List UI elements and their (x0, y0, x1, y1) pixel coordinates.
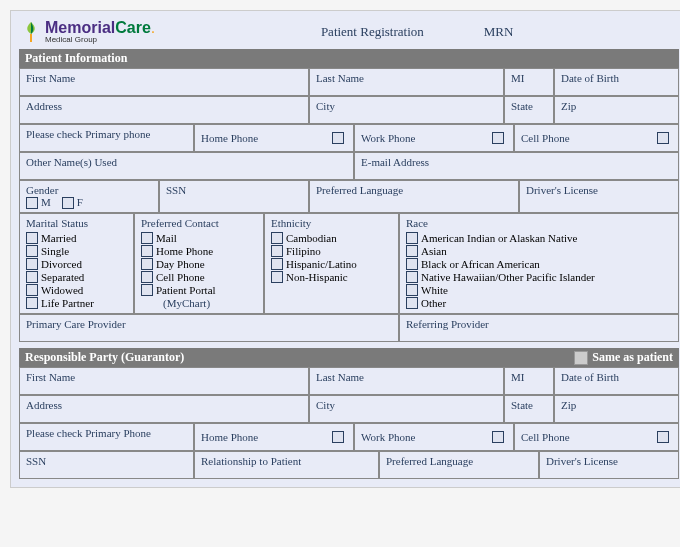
demographics-row: Marital Status MarriedSingleDivorcedSepa… (19, 213, 679, 314)
mi-field[interactable]: MI (504, 68, 554, 96)
race-label: Asian (421, 245, 447, 257)
rp-zip-field[interactable]: Zip (554, 395, 679, 423)
rp-last-name-field[interactable]: Last Name (309, 367, 504, 395)
rp-pref-lang-field[interactable]: Preferred Language (379, 451, 539, 479)
license-field[interactable]: Driver's License (519, 180, 679, 213)
race-checkbox[interactable] (406, 284, 418, 296)
race-label: Other (421, 297, 446, 309)
section-patient-info-title: Patient Information (25, 51, 127, 66)
contact-checkbox[interactable] (141, 245, 153, 257)
race-option[interactable]: Native Hawaiian/Other Pacific Islander (406, 271, 672, 283)
rp-city-field[interactable]: City (309, 395, 504, 423)
ethnicity-checkbox[interactable] (271, 271, 283, 283)
race-checkbox[interactable] (406, 297, 418, 309)
rp-primary-phone-label: Please check Primary Phone (19, 423, 194, 451)
marital-checkbox[interactable] (26, 232, 38, 244)
marital-checkbox[interactable] (26, 258, 38, 270)
address-field[interactable]: Address (19, 96, 309, 124)
home-phone-checkbox[interactable] (332, 132, 344, 144)
rp-work-phone-checkbox[interactable] (492, 431, 504, 443)
ethnicity-option[interactable]: Hispanic/Latino (271, 258, 392, 270)
contact-option[interactable]: Day Phone (141, 258, 257, 270)
marital-status-col: Marital Status MarriedSingleDivorcedSepa… (19, 213, 134, 314)
first-name-field[interactable]: First Name (19, 68, 309, 96)
last-name-field[interactable]: Last Name (309, 68, 504, 96)
rp-mi-field[interactable]: MI (504, 367, 554, 395)
marital-checkbox[interactable] (26, 245, 38, 257)
zip-field[interactable]: Zip (554, 96, 679, 124)
logo: MemorialCare. Medical Group (19, 19, 155, 44)
marital-option[interactable]: Divorced (26, 258, 127, 270)
ethnicity-checkbox[interactable] (271, 258, 283, 270)
rp-cell-phone-checkbox[interactable] (657, 431, 669, 443)
ethnicity-option[interactable]: Cambodian (271, 232, 392, 244)
logo-text-care: Care (115, 19, 151, 36)
referring-field[interactable]: Referring Provider (399, 314, 679, 342)
rp-home-phone-field[interactable]: Home Phone (194, 423, 354, 451)
race-option[interactable]: American Indian or Alaskan Native (406, 232, 672, 244)
marital-checkbox[interactable] (26, 284, 38, 296)
gender-m-label: M (41, 196, 51, 208)
ethnicity-label: Cambodian (286, 232, 337, 244)
cell-phone-checkbox[interactable] (657, 132, 669, 144)
city-field[interactable]: City (309, 96, 504, 124)
marital-checkbox[interactable] (26, 271, 38, 283)
gender-f-checkbox[interactable] (62, 197, 74, 209)
rp-relationship-field[interactable]: Relationship to Patient (194, 451, 379, 479)
race-checkbox[interactable] (406, 245, 418, 257)
same-as-patient-checkbox[interactable] (574, 351, 588, 365)
page-title: Patient Registration (321, 24, 424, 40)
ssn-field[interactable]: SSN (159, 180, 309, 213)
marital-option[interactable]: Life Partner (26, 297, 127, 309)
cell-phone-field[interactable]: Cell Phone (514, 124, 679, 152)
pref-lang-field[interactable]: Preferred Language (309, 180, 519, 213)
marital-checkbox[interactable] (26, 297, 38, 309)
rp-cell-phone-label: Cell Phone (521, 431, 570, 443)
rp-state-field[interactable]: State (504, 395, 554, 423)
marital-option[interactable]: Widowed (26, 284, 127, 296)
marital-option[interactable]: Separated (26, 271, 127, 283)
email-field[interactable]: E-mail Address (354, 152, 679, 180)
contact-checkbox[interactable] (141, 232, 153, 244)
rp-address-field[interactable]: Address (19, 395, 309, 423)
gender-m-checkbox[interactable] (26, 197, 38, 209)
race-option[interactable]: Other (406, 297, 672, 309)
ethnicity-checkbox[interactable] (271, 232, 283, 244)
work-phone-checkbox[interactable] (492, 132, 504, 144)
work-phone-field[interactable]: Work Phone (354, 124, 514, 152)
rp-first-name-field[interactable]: First Name (19, 367, 309, 395)
ethnicity-option[interactable]: Filipino (271, 245, 392, 257)
rp-home-phone-checkbox[interactable] (332, 431, 344, 443)
dob-field[interactable]: Date of Birth (554, 68, 679, 96)
contact-option[interactable]: Home Phone (141, 245, 257, 257)
ethnicity-option[interactable]: Non-Hispanic (271, 271, 392, 283)
state-field[interactable]: State (504, 96, 554, 124)
contact-option[interactable]: Mail (141, 232, 257, 244)
header-row: MemorialCare. Medical Group Patient Regi… (19, 19, 679, 44)
rp-dob-field[interactable]: Date of Birth (554, 367, 679, 395)
marital-option[interactable]: Married (26, 232, 127, 244)
marital-label: Divorced (41, 258, 82, 270)
race-label: White (421, 284, 448, 296)
other-names-field[interactable]: Other Name(s) Used (19, 152, 354, 180)
race-option[interactable]: Asian (406, 245, 672, 257)
marital-option[interactable]: Single (26, 245, 127, 257)
home-phone-field[interactable]: Home Phone (194, 124, 354, 152)
race-checkbox[interactable] (406, 258, 418, 270)
contact-checkbox[interactable] (141, 258, 153, 270)
pcp-field[interactable]: Primary Care Provider (19, 314, 399, 342)
contact-checkbox[interactable] (141, 284, 153, 296)
gender-field[interactable]: Gender M F (19, 180, 159, 213)
contact-option[interactable]: Patient Portal (141, 284, 257, 296)
race-checkbox[interactable] (406, 271, 418, 283)
ethnicity-checkbox[interactable] (271, 245, 283, 257)
contact-option[interactable]: Cell Phone (141, 271, 257, 283)
contact-checkbox[interactable] (141, 271, 153, 283)
rp-ssn-field[interactable]: SSN (19, 451, 194, 479)
race-option[interactable]: White (406, 284, 672, 296)
rp-work-phone-field[interactable]: Work Phone (354, 423, 514, 451)
rp-cell-phone-field[interactable]: Cell Phone (514, 423, 679, 451)
race-option[interactable]: Black or African American (406, 258, 672, 270)
rp-license-field[interactable]: Driver's License (539, 451, 679, 479)
race-checkbox[interactable] (406, 232, 418, 244)
